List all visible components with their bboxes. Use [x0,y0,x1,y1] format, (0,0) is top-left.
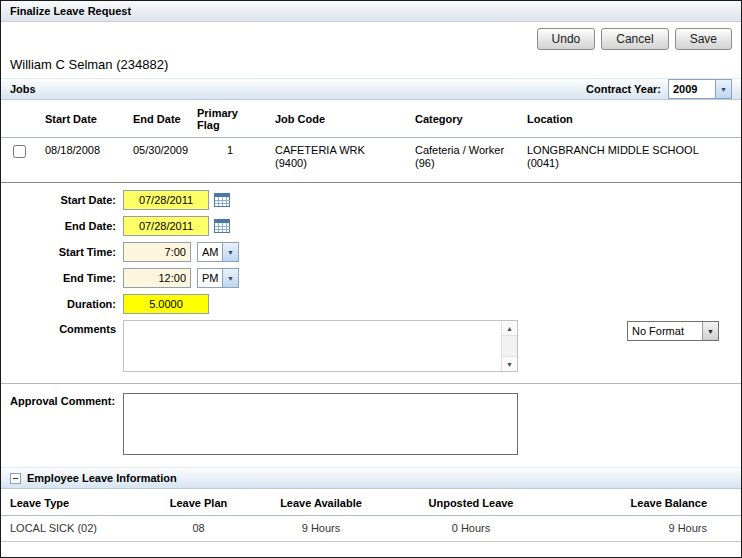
comments-scrollbar[interactable]: ▲ ▼ [501,321,517,371]
finalize-leave-request-window: Finalize Leave Request Undo Cancel Save … [0,0,742,558]
leave-info-section-header: Employee Leave Information [1,467,741,489]
end-time-field[interactable] [123,268,191,288]
job-category-cell: Cafeteria / Worker (96) [407,138,519,179]
comments-row: Comments ▲ ▼ No Format ▼ [1,320,741,372]
leave-column-type: Leave Type [1,489,151,516]
collapse-section-icon[interactable] [10,473,21,484]
toolbar: Undo Cancel Save [1,22,741,55]
leave-column-balance: Leave Balance [546,489,742,516]
start-time-label: Start Time: [1,246,123,258]
contract-year-label: Contract Year: [586,83,668,95]
duration-row: Duration: [1,294,741,314]
jobs-table: Start Date End Date Primary Flag Job Cod… [1,100,742,178]
jobs-column-job-code: Job Code [267,100,407,138]
job-location-line1: LONGBRANCH MIDDLE SCHOOL [527,144,739,157]
jobs-column-location: Location [519,100,742,138]
comments-label: Comments [1,320,123,335]
page-title: Finalize Leave Request [1,1,741,22]
table-row: LOCAL SICK (02) 08 9 Hours 0 Hours 9 Hou… [1,516,742,542]
jobs-section-header: Jobs Contract Year: 2009 ▼ [1,78,741,100]
job-category-line2: (96) [415,157,515,170]
leave-info-section-title: Employee Leave Information [27,472,177,484]
end-date-calendar-icon[interactable] [213,218,231,235]
start-time-row: Start Time: AM ▼ [1,242,741,262]
approval-comment-row: Approval Comment: [1,384,741,455]
jobs-column-category: Category [407,100,519,138]
duration-label: Duration: [1,298,123,310]
unposted-leave-cell: 0 Hours [396,516,546,542]
employee-name: William C Selman (234882) [1,55,741,78]
jobs-table-header-row: Start Date End Date Primary Flag Job Cod… [1,100,742,138]
approval-comment-container [123,393,518,455]
scroll-down-icon[interactable]: ▼ [502,356,517,371]
comments-format-value: No Format [628,322,702,340]
save-button[interactable]: Save [675,28,732,50]
jobs-column-start-date: Start Date [37,100,125,138]
job-category-line1: Cafeteria / Worker [415,144,515,157]
comments-format-select[interactable]: No Format ▼ [627,321,719,341]
leave-plan-cell: 08 [151,516,246,542]
undo-button[interactable]: Undo [537,28,596,50]
comments-input[interactable] [124,321,501,371]
scroll-up-icon[interactable]: ▲ [502,321,517,336]
chevron-down-icon: ▼ [702,322,718,340]
end-date-label: End Date: [1,220,123,232]
job-row-checkbox-cell [1,138,37,179]
jobs-section-title: Jobs [10,83,36,95]
jobs-checkbox-column-header [1,100,37,138]
duration-field[interactable] [123,294,209,314]
start-time-ampm-value: AM [198,243,222,261]
jobs-column-end-date: End Date [125,100,189,138]
leave-type-cell: LOCAL SICK (02) [1,516,151,542]
start-date-calendar-icon[interactable] [213,192,231,209]
contract-year-value: 2009 [669,80,715,98]
leave-column-plan: Leave Plan [151,489,246,516]
job-code-line2: (9400) [275,157,403,170]
cancel-button[interactable]: Cancel [601,28,668,50]
chevron-down-icon: ▼ [715,80,731,98]
comments-input-container: ▲ ▼ [123,320,518,372]
chevron-down-icon: ▼ [222,243,238,261]
end-date-field[interactable] [123,216,209,236]
job-location-line2: (0041) [527,157,739,170]
job-primary-flag-cell: 1 [189,138,267,179]
leave-request-form: Start Date: End Date: [1,183,741,372]
leave-column-available: Leave Available [246,489,396,516]
end-date-row: End Date: [1,216,741,236]
jobs-column-primary-flag: Primary Flag [189,100,267,138]
chevron-down-icon: ▼ [222,269,238,287]
approval-comment-label: Approval Comment: [10,393,123,407]
end-time-row: End Time: PM ▼ [1,268,741,288]
job-location-cell: LONGBRANCH MIDDLE SCHOOL (0041) [519,138,742,179]
start-date-label: Start Date: [1,194,123,206]
start-date-field[interactable] [123,190,209,210]
end-time-ampm-value: PM [198,269,222,287]
table-row: 08/18/2008 05/30/2009 1 CAFETERIA WRK (9… [1,138,742,179]
leave-balance-cell: 9 Hours [546,516,742,542]
contract-year-select[interactable]: 2009 ▼ [668,79,732,99]
job-code-line1: CAFETERIA WRK [275,144,403,157]
leave-column-unposted: Unposted Leave [396,489,546,516]
end-time-label: End Time: [1,272,123,284]
job-end-date-cell: 05/30/2009 [125,138,189,179]
job-start-date-cell: 08/18/2008 [37,138,125,179]
start-time-field[interactable] [123,242,191,262]
job-row-checkbox[interactable] [13,145,26,158]
leave-info-table: Leave Type Leave Plan Leave Available Un… [1,489,742,542]
end-time-ampm-select[interactable]: PM ▼ [197,268,239,288]
job-code-cell: CAFETERIA WRK (9400) [267,138,407,179]
leave-table-header-row: Leave Type Leave Plan Leave Available Un… [1,489,742,516]
start-date-row: Start Date: [1,190,741,210]
approval-comment-input[interactable] [124,394,517,454]
leave-available-cell: 9 Hours [246,516,396,542]
start-time-ampm-select[interactable]: AM ▼ [197,242,239,262]
